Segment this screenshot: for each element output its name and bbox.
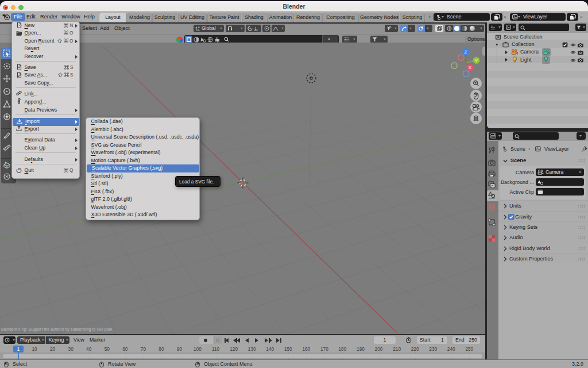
svg-text:Z: Z [465, 49, 467, 55]
svg-text:Y: Y [475, 58, 478, 63]
svg-text:X: X [469, 65, 472, 70]
